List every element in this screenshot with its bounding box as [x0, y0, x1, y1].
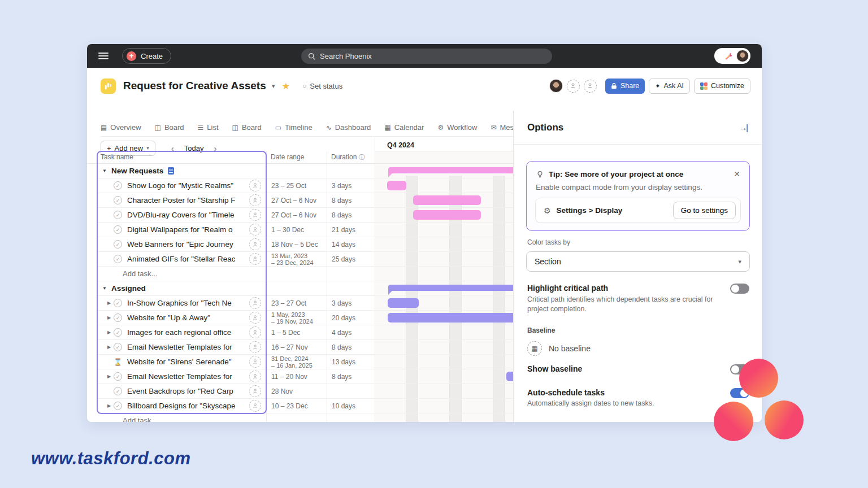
share-label: Share: [620, 82, 639, 90]
task-row[interactable]: ✓Digital Wallpapers for "Realm o1 – 30 D…: [97, 223, 513, 237]
task-date-range: 28 Nov: [266, 388, 327, 395]
task-row[interactable]: ✓Character Poster for "Starship F27 Oct …: [97, 193, 513, 208]
timeline-icon: ▭: [275, 124, 281, 132]
task-row[interactable]: ✓Web Banners for "Epic Journey18 Nov – 5…: [97, 237, 513, 252]
favorite-star-icon[interactable]: ★: [282, 81, 290, 91]
tab-calendar[interactable]: ▦Calendar: [384, 119, 424, 136]
assignee-avatar-placeholder[interactable]: [249, 371, 261, 382]
assignee-avatar-placeholder[interactable]: [249, 341, 261, 353]
critical-path-label: Highlight critical path: [527, 284, 608, 293]
column-header-date-range[interactable]: Date range: [271, 153, 304, 161]
member-avatar[interactable]: [549, 79, 563, 93]
assignee-avatar-placeholder[interactable]: [249, 194, 261, 206]
collapse-caret-icon[interactable]: ▼: [102, 286, 110, 291]
add-task-button[interactable]: Add task...: [123, 269, 157, 278]
customize-label: Customize: [711, 82, 744, 90]
invite-avatar-placeholder[interactable]: [567, 80, 580, 93]
column-header-duration[interactable]: Duration ⓘ: [331, 153, 365, 162]
assignee-avatar-placeholder[interactable]: [249, 356, 261, 368]
task-name: Website for "Sirens' Serenade": [127, 358, 249, 366]
task-row[interactable]: ▶✓Billboard Designs for "Skyscape10 – 23…: [97, 399, 513, 413]
task-row[interactable]: ▶✓Images for each regional office1 – 5 D…: [97, 325, 513, 340]
tab-list[interactable]: ☰List: [198, 119, 219, 136]
search-input[interactable]: Search Phoenix: [301, 49, 552, 64]
go-to-settings-button[interactable]: Go to settings: [673, 202, 736, 219]
ask-ai-button[interactable]: ✦ Ask AI: [649, 79, 690, 94]
invite-avatar-placeholder[interactable]: [584, 80, 597, 93]
critical-path-toggle[interactable]: [730, 284, 749, 294]
add-task-row[interactable]: Add task...: [97, 267, 513, 281]
complete-check-icon[interactable]: ✓: [114, 343, 122, 351]
assignee-avatar-placeholder[interactable]: [249, 400, 261, 412]
complete-check-icon[interactable]: ✓: [114, 196, 122, 204]
color-tasks-by-select[interactable]: Section ▾: [526, 251, 750, 272]
assignee-avatar-placeholder[interactable]: [249, 297, 261, 309]
task-row[interactable]: ✓Animated GIFs for "Stellar Reac13 Mar, …: [97, 252, 513, 267]
tab-dashboard[interactable]: ∿Dashboard: [326, 119, 371, 136]
tab-board[interactable]: ◫Board: [155, 119, 184, 136]
task-row[interactable]: ▶✓Email Newsletter Templates for11 – 20 …: [97, 369, 513, 384]
add-task-button[interactable]: Add task...: [123, 416, 157, 422]
complete-check-icon[interactable]: ✓: [114, 255, 122, 263]
customize-button[interactable]: Customize: [694, 79, 750, 94]
no-baseline-row[interactable]: ▦ No baseline: [527, 341, 591, 356]
timeline-quarter-header[interactable]: Q4 2024: [375, 140, 513, 151]
create-button[interactable]: + Create: [122, 48, 171, 64]
task-duration: 3 days: [327, 182, 375, 190]
complete-check-icon[interactable]: ✓: [114, 387, 122, 395]
collapse-caret-icon[interactable]: ▼: [102, 168, 110, 173]
complete-check-icon[interactable]: ✓: [114, 402, 122, 410]
expand-caret-icon[interactable]: ▶: [105, 345, 114, 350]
assignee-avatar-placeholder[interactable]: [249, 385, 261, 397]
complete-check-icon[interactable]: ✓: [114, 240, 122, 249]
info-icon[interactable]: ⓘ: [359, 154, 365, 160]
set-status-button[interactable]: ○ Set status: [302, 82, 342, 90]
tab-workflow[interactable]: ⚙Workflow: [437, 119, 477, 136]
complete-check-icon[interactable]: ✓: [114, 328, 122, 337]
assignee-avatar-placeholder[interactable]: [249, 238, 261, 250]
complete-check-icon[interactable]: ✓: [114, 313, 122, 322]
complete-check-icon[interactable]: ✓: [114, 181, 122, 190]
task-row[interactable]: ✓Show Logo for "Mystic Realms"23 – 25 Oc…: [97, 178, 513, 193]
tab-board[interactable]: ◫Board: [232, 119, 262, 136]
tab-timeline[interactable]: ▭Timeline: [275, 119, 313, 136]
column-header-task-name[interactable]: Task name: [101, 153, 133, 161]
waiting-hourglass-icon: ⌛: [114, 358, 122, 366]
share-button[interactable]: Share: [605, 79, 645, 94]
complete-check-icon[interactable]: ✓: [114, 372, 122, 381]
section-row[interactable]: ▼Assigned: [97, 281, 513, 296]
complete-check-icon[interactable]: ✓: [114, 299, 122, 307]
lock-icon: [611, 82, 617, 89]
brief-doc-icon[interactable]: [168, 167, 174, 175]
task-row[interactable]: ✓Event Backdrops for "Red Carp28 Nov: [97, 384, 513, 399]
task-row[interactable]: ✓DVD/Blu-ray Covers for "Timele27 Oct – …: [97, 208, 513, 223]
title-chevron-down-icon[interactable]: ▾: [272, 82, 275, 90]
task-row[interactable]: ▶✓Website for "Up & Away"1 May, 2023 – 1…: [97, 311, 513, 325]
close-icon[interactable]: ✕: [734, 169, 740, 178]
assignee-avatar-placeholder[interactable]: [249, 224, 261, 236]
expand-caret-icon[interactable]: ▶: [105, 300, 114, 306]
assignee-avatar-placeholder[interactable]: [249, 253, 261, 265]
hamburger-menu-icon[interactable]: [98, 53, 108, 59]
add-task-row[interactable]: Add task...: [97, 413, 513, 422]
account-pill[interactable]: [714, 48, 750, 64]
expand-caret-icon[interactable]: ▶: [105, 374, 114, 379]
task-date-range: 1 – 5 Dec: [266, 329, 327, 336]
task-name: Email Newsletter Templates for: [127, 372, 249, 381]
collapse-panel-icon[interactable]: →|: [739, 123, 747, 132]
assignee-avatar-placeholder[interactable]: [249, 326, 261, 338]
expand-caret-icon[interactable]: ▶: [105, 330, 114, 335]
expand-caret-icon[interactable]: ▶: [105, 315, 114, 320]
complete-check-icon[interactable]: ✓: [114, 211, 122, 219]
tab-overview[interactable]: ▤Overview: [101, 119, 141, 136]
complete-check-icon[interactable]: ✓: [114, 225, 122, 234]
task-row[interactable]: ▶✓In-Show Graphics for "Tech Ne23 – 27 O…: [97, 296, 513, 311]
task-row[interactable]: ▶✓Email Newsletter Templates for16 – 27 …: [97, 340, 513, 355]
assignee-avatar-placeholder[interactable]: [249, 312, 261, 324]
assignee-avatar-placeholder[interactable]: [249, 209, 261, 221]
assignee-avatar-placeholder[interactable]: [249, 180, 261, 191]
expand-caret-icon[interactable]: ▶: [105, 403, 114, 408]
project-icon[interactable]: [101, 79, 116, 94]
section-row[interactable]: ▼New Requests: [97, 164, 513, 178]
task-row[interactable]: ⌛Website for "Sirens' Serenade"31 Dec, 2…: [97, 355, 513, 369]
